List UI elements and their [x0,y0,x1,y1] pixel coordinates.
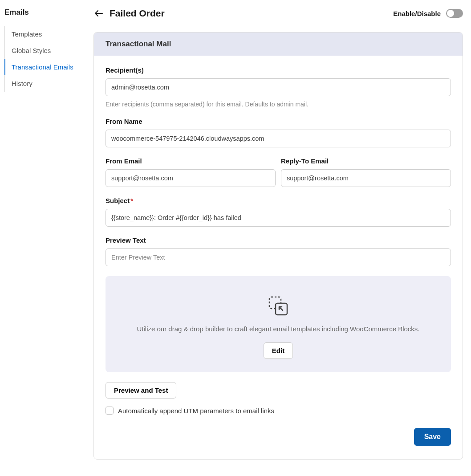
sidebar-item-templates[interactable]: Templates [4,26,93,42]
utm-label: Automatically append UTM parameters to e… [118,407,274,415]
card-title: Transactional Mail [94,33,463,56]
toggle-label: Enable/Disable [393,10,441,17]
builder-text: Utilize our drag & drop builder to craft… [114,325,442,333]
from-email-input[interactable] [106,169,276,187]
from-email-label: From Email [106,157,276,165]
reply-to-input[interactable] [281,169,451,187]
from-name-input[interactable] [106,130,451,147]
sidebar-title: Emails [4,8,93,17]
preview-test-button[interactable]: Preview and Test [106,382,176,399]
sidebar-item-history[interactable]: History [4,75,93,92]
subject-label: Subject* [106,197,451,204]
subject-input[interactable] [106,209,451,227]
preview-text-label: Preview Text [106,236,451,244]
sidebar-item-transactional-emails[interactable]: Transactional Emails [4,59,93,75]
recipients-helper: Enter recipients (comma separated) for t… [106,101,451,108]
edit-button[interactable]: Edit [264,342,293,359]
builder-icon [267,296,289,317]
from-name-label: From Name [106,118,451,125]
preview-text-input[interactable] [106,248,451,266]
utm-checkbox[interactable] [106,407,114,415]
save-button[interactable]: Save [414,428,451,446]
page-title: Failed Order [110,8,165,19]
back-arrow-icon[interactable] [93,8,104,19]
reply-to-label: Reply-To Email [281,157,451,165]
recipients-label: Recipient(s) [106,66,451,74]
recipients-input[interactable] [106,78,451,96]
enable-disable-toggle[interactable] [446,9,463,18]
sidebar-item-global-styles[interactable]: Global Styles [4,42,93,59]
